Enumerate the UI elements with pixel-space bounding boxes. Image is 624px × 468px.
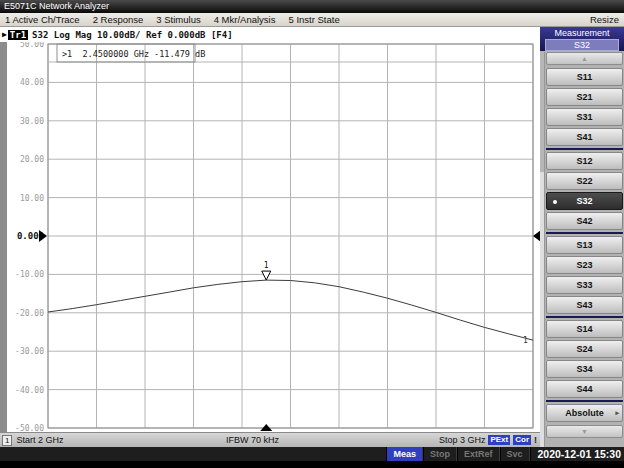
softkey-s21[interactable]: S21 [546,88,623,106]
channel-left-strip[interactable] [0,42,7,432]
softkey-s23[interactable]: S23 [546,256,623,274]
y-axis-tick-label: -10.00 [15,270,44,279]
y-axis-tick-label: -50.00 [15,424,44,432]
y-axis-tick-label: -40.00 [15,386,44,395]
softkey-panel: Measurement S32 ▲ S11S21S31S41S12S22S32S… [540,27,624,447]
status-svc-indicator: Svc [500,447,530,461]
trace-badge[interactable]: Tr1 [8,30,28,40]
softkey-s14[interactable]: S14 [546,320,623,338]
y-axis-tick-label: 10.00 [20,194,44,203]
stop-frequency-label: Stop 3 GHz [439,435,486,445]
softkey-header-value: S32 [545,39,619,51]
softkey-s43[interactable]: S43 [546,296,623,314]
softkey-s12[interactable]: S12 [546,152,623,170]
softkey-scrollbar[interactable] [540,52,545,447]
trace-format-text: S32 Log Mag 10.00dB/ Ref 0.000dB [F4] [32,30,232,40]
stimulus-bar: 1 Start 2 GHz IFBW 70 kHz Stop 3 GHz PEx… [0,432,540,447]
instrument-status-bar: MeasStopExtRefSvc 2020-12-01 15:30 [0,447,624,461]
active-trace-pointer-icon: ▶ [2,30,7,39]
resize-button[interactable]: Resize [590,14,619,25]
softkey-s44[interactable]: S44 [546,380,623,398]
start-frequency-label: Start 2 GHz [16,435,63,445]
scrollbar-thumb[interactable] [540,52,544,172]
softkey-group-separator [546,148,623,150]
marker-1-number: 1 [264,261,269,270]
softkey-s34[interactable]: S34 [546,360,623,378]
menu-bar: 1 Active Ch/Trace 2 Response 3 Stimulus … [0,13,624,27]
datetime-label: 2020-12-01 15:30 [530,447,624,461]
scroll-up-button[interactable]: ▲ [546,52,623,65]
softkey-list: S11S21S31S41S12S22S32S42S13S23S33S43S14S… [546,68,623,422]
marker-readout-text: >1 2.4500000 GHz -11.479 dB [62,49,205,59]
chevron-down-icon: ▼ [581,428,588,435]
chevron-up-icon: ▲ [581,55,588,62]
trace-status-line: ▶ Tr1 S32 Log Mag 10.00dB/ Ref 0.000dB [… [0,27,540,42]
ref-level-right-triangle-icon [533,230,540,242]
window-title-bar[interactable]: E5071C Network Analyzer [0,0,624,13]
softkey-s13[interactable]: S13 [546,236,623,254]
y-axis-tick-label: 40.00 [20,78,44,87]
menu-item-active-ch-trace[interactable]: 1 Active Ch/Trace [5,14,80,25]
status-stop-indicator: Stop [423,447,457,461]
softkey-s11[interactable]: S11 [546,68,623,86]
channel-window: ▶ Tr1 S32 Log Mag 10.00dB/ Ref 0.000dB [… [0,27,540,432]
submenu-arrow-icon: ▸ [615,409,619,417]
scroll-down-button[interactable]: ▼ [546,425,623,438]
softkey-header-title: Measurement [540,28,624,38]
marker-1-triangle-icon[interactable] [262,271,271,280]
softkey-s32[interactable]: S32 [546,192,623,210]
menu-item-mkr-analysis[interactable]: 4 Mkr/Analysis [214,14,276,25]
menu-item-stimulus[interactable]: 3 Stimulus [156,14,200,25]
softkey-s42[interactable]: S42 [546,212,623,230]
menu-item-response[interactable]: 2 Response [93,14,144,25]
y-axis-tick-label: -20.00 [15,309,44,318]
y-axis-tick-label: 50.00 [20,42,44,49]
softkey-s41[interactable]: S41 [546,128,623,146]
trace-end-number: 1 [523,336,528,345]
status-extref-indicator: ExtRef [457,447,500,461]
status-meas-indicator: Meas [386,447,423,461]
ifbw-label: IFBW 70 kHz [226,435,279,445]
softkey-s33[interactable]: S33 [546,276,623,294]
pext-badge: PExt [488,435,510,445]
softkey-s22[interactable]: S22 [546,172,623,190]
softkey-group-separator [546,316,623,318]
warning-indicator: ! [534,435,537,445]
selected-dot-icon [553,200,557,204]
softkey-s24[interactable]: S24 [546,340,623,358]
softkey-s31[interactable]: S31 [546,108,623,126]
softkey-group-separator [546,232,623,234]
plot-area[interactable]: 50.0040.0030.0020.0010.000.000-10.00-20.… [0,42,540,432]
menu-item-instr-state[interactable]: 5 Instr State [288,14,339,25]
channel-number-box: 1 [2,435,12,446]
softkey-absolute[interactable]: Absolute▸ [546,404,623,422]
y-axis-tick-label: -30.00 [15,347,44,356]
softkey-header: Measurement S32 [540,27,624,51]
y-axis-tick-label: 30.00 [20,117,44,126]
softkey-group-separator [546,400,623,402]
window-title: E5071C Network Analyzer [4,1,109,11]
y-axis-tick-label: 20.00 [20,155,44,164]
cor-badge: Cor [513,435,531,445]
